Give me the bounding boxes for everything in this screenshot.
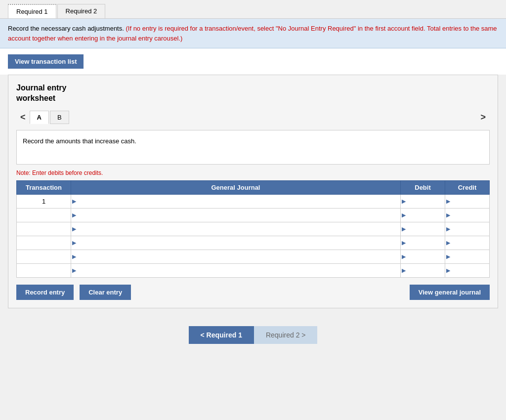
journal-input[interactable]	[71, 265, 400, 276]
cell-arrow-icon: ▶	[72, 226, 76, 232]
cell-arrow-icon: ▶	[446, 240, 450, 246]
header-general-journal: General Journal	[71, 180, 401, 194]
credit-input[interactable]	[445, 210, 489, 221]
table-row: ▶▶▶	[17, 222, 490, 236]
nav-required2-button[interactable]: Required 2 >	[254, 326, 318, 344]
cell-arrow-icon: ▶	[72, 240, 76, 246]
table-row: ▶▶▶	[17, 208, 490, 222]
prev-arrow-button[interactable]: <	[16, 112, 30, 123]
info-black-text: Record the necessary cash adjustments.	[8, 25, 124, 32]
nav-required1-button[interactable]: < Required 1	[189, 326, 254, 344]
cell-arrow-icon: ▶	[446, 267, 450, 274]
debit-cell[interactable]: ▶	[401, 194, 445, 208]
top-tab-required2[interactable]: Required 2	[57, 4, 106, 18]
inner-tab-b[interactable]: B	[50, 111, 69, 124]
transaction-cell	[17, 208, 71, 222]
credit-cell[interactable]: ▶	[445, 208, 490, 222]
cell-arrow-icon: ▶	[402, 267, 406, 274]
worksheet-title: Journal entryworksheet	[16, 83, 490, 104]
journal-input[interactable]	[71, 223, 400, 235]
transaction-cell	[17, 236, 71, 250]
transaction-cell: 1	[17, 194, 71, 208]
credit-cell[interactable]: ▶	[445, 236, 490, 250]
transaction-cell	[17, 250, 71, 263]
journal-input[interactable]	[71, 251, 400, 262]
cell-arrow-icon: ▶	[402, 198, 406, 205]
journal-input[interactable]	[71, 237, 400, 249]
credit-input[interactable]	[445, 251, 489, 262]
next-arrow-button[interactable]: >	[476, 112, 490, 123]
cell-arrow-icon: ▶	[402, 253, 406, 260]
clear-entry-button[interactable]: Clear entry	[80, 285, 131, 300]
credit-input[interactable]	[445, 223, 489, 235]
journal-cell[interactable]: ▶	[71, 236, 401, 250]
record-entry-button[interactable]: Record entry	[16, 285, 74, 300]
credit-input[interactable]	[445, 265, 489, 276]
table-row: ▶▶▶	[17, 236, 490, 250]
credit-cell[interactable]: ▶	[445, 263, 490, 277]
description-box: Record the amounts that increase cash.	[16, 130, 490, 165]
note-text: Note: Enter debits before credits.	[16, 169, 490, 176]
journal-cell[interactable]: ▶	[71, 222, 401, 236]
top-tab-required1[interactable]: Required 1	[8, 4, 56, 18]
header-debit: Debit	[401, 180, 445, 194]
journal-cell[interactable]: ▶	[71, 208, 401, 222]
table-row: ▶▶▶	[17, 263, 490, 277]
table-row: ▶▶▶	[17, 250, 490, 263]
journal-input[interactable]	[71, 196, 400, 207]
inner-tab-a[interactable]: A	[30, 111, 49, 124]
debit-input[interactable]	[401, 251, 445, 262]
debit-cell[interactable]: ▶	[401, 250, 445, 263]
debit-input[interactable]	[401, 237, 445, 249]
credit-input[interactable]	[445, 196, 489, 207]
cell-arrow-icon: ▶	[72, 267, 76, 274]
cell-arrow-icon: ▶	[446, 212, 450, 218]
inner-tabs-row: < A B >	[16, 111, 490, 124]
credit-input[interactable]	[445, 237, 489, 249]
cell-arrow-icon: ▶	[402, 212, 406, 218]
cell-arrow-icon: ▶	[446, 253, 450, 260]
info-box: Record the necessary cash adjustments. (…	[0, 19, 506, 48]
debit-cell[interactable]: ▶	[401, 208, 445, 222]
cell-arrow-icon: ▶	[72, 212, 76, 218]
debit-cell[interactable]: ▶	[401, 236, 445, 250]
bottom-nav: < Required 1 Required 2 >	[0, 316, 506, 359]
credit-cell[interactable]: ▶	[445, 222, 490, 236]
debit-input[interactable]	[401, 210, 445, 221]
view-transaction-button[interactable]: View transaction list	[8, 54, 84, 69]
transaction-cell	[17, 263, 71, 277]
header-credit: Credit	[445, 180, 490, 194]
view-transaction-area: View transaction list	[0, 48, 506, 75]
cell-arrow-icon: ▶	[446, 198, 450, 205]
credit-cell[interactable]: ▶	[445, 194, 490, 208]
cell-arrow-icon: ▶	[72, 198, 76, 205]
debit-input[interactable]	[401, 196, 445, 207]
transaction-cell	[17, 222, 71, 236]
cell-arrow-icon: ▶	[402, 240, 406, 246]
journal-cell[interactable]: ▶	[71, 263, 401, 277]
debit-input[interactable]	[401, 265, 445, 276]
journal-cell[interactable]: ▶	[71, 250, 401, 263]
journal-input[interactable]	[71, 210, 400, 221]
debit-input[interactable]	[401, 223, 445, 235]
journal-table: Transaction General Journal Debit Credit…	[16, 180, 490, 278]
top-tabs-container: Required 1 Required 2	[0, 0, 506, 19]
cell-arrow-icon: ▶	[446, 226, 450, 232]
cell-arrow-icon: ▶	[402, 226, 406, 232]
action-buttons-row: Record entry Clear entry View general jo…	[16, 285, 490, 300]
credit-cell[interactable]: ▶	[445, 250, 490, 263]
table-row: 1▶▶▶	[17, 194, 490, 208]
view-general-journal-button[interactable]: View general journal	[410, 285, 490, 300]
header-transaction: Transaction	[17, 180, 71, 194]
journal-cell[interactable]: ▶	[71, 194, 401, 208]
debit-cell[interactable]: ▶	[401, 222, 445, 236]
debit-cell[interactable]: ▶	[401, 263, 445, 277]
cell-arrow-icon: ▶	[72, 253, 76, 260]
worksheet-container: Journal entryworksheet < A B > Record th…	[8, 75, 498, 308]
